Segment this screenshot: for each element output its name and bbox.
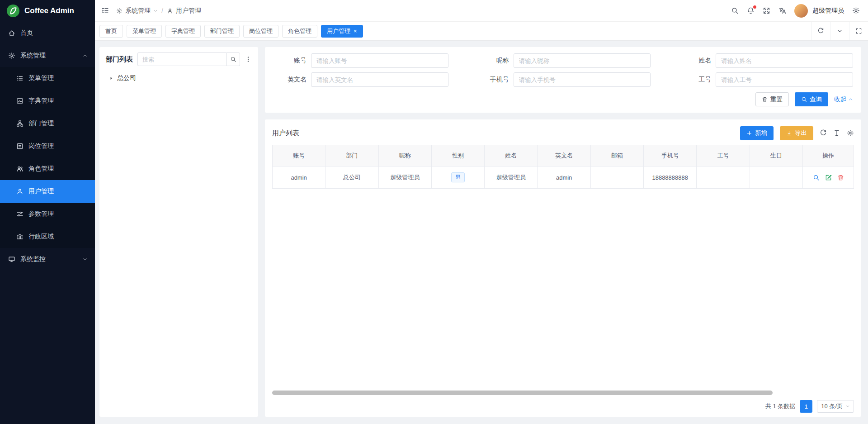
add-user-label: 新增 [755, 129, 767, 137]
tab-home[interactable]: 首页 [99, 25, 123, 38]
scrollbar-thumb[interactable] [272, 391, 773, 395]
sidebar-item-role-management[interactable]: 角色管理 [0, 157, 95, 180]
tab-user-management[interactable]: 用户管理 × [321, 25, 363, 38]
reset-button-label: 重置 [770, 95, 783, 104]
department-more-button[interactable] [245, 56, 252, 63]
edit-row-button[interactable] [825, 174, 832, 181]
tree-node-label: 总公司 [117, 74, 136, 82]
sidebar-item-menu-management[interactable]: 菜单管理 [0, 67, 95, 90]
tab-dept-management[interactable]: 部门管理 [204, 25, 240, 38]
language-switch-button[interactable] [778, 7, 786, 14]
user-icon [167, 8, 173, 14]
english-name-field: 英文名 [271, 72, 448, 87]
column-header: 部门 [326, 145, 378, 167]
tab-options-button[interactable] [830, 22, 849, 40]
notification-button[interactable] [747, 7, 755, 14]
breadcrumb-label: 系统管理 [125, 7, 151, 15]
department-icon [16, 120, 24, 127]
phone-input[interactable] [514, 72, 651, 87]
sidebar-item-admin-region[interactable]: 行政区域 [0, 225, 95, 248]
tab-dict-management[interactable]: 字典管理 [165, 25, 201, 38]
tab-label: 菜单管理 [132, 27, 156, 35]
export-button[interactable]: 导出 [780, 126, 813, 140]
table-density-button[interactable] [833, 129, 840, 137]
sidebar-item-dept-management[interactable]: 部门管理 [0, 112, 95, 135]
fullscreen-icon [763, 7, 770, 14]
add-user-button[interactable]: 新增 [740, 126, 774, 140]
department-tree: 总公司 [106, 71, 252, 85]
plus-icon [746, 130, 752, 136]
sidebar-item-dict-management[interactable]: 字典管理 [0, 90, 95, 112]
tree-expand-caret-icon[interactable] [108, 76, 114, 81]
name-input[interactable] [716, 53, 853, 68]
tab-role-management[interactable]: 角色管理 [282, 25, 317, 38]
phone-field: 手机号 [474, 72, 651, 87]
collapse-filter-button[interactable]: 收起 [834, 95, 853, 104]
sidebar-group-system-management[interactable]: 系统管理 [0, 44, 95, 67]
sidebar-item-param-management[interactable]: 参数管理 [0, 203, 95, 225]
sidebar-item-user-management[interactable]: 用户管理 [0, 180, 95, 203]
sidebar-group-system-monitor[interactable]: 系统监控 [0, 248, 95, 271]
app-window: Coffee Admin 首页 系统管理 菜单管理 字典管理 [0, 0, 868, 424]
content-fullscreen-button[interactable] [849, 22, 868, 40]
clear-icon [762, 96, 768, 102]
refresh-table-button[interactable] [820, 129, 827, 137]
sidebar-item-label: 用户管理 [28, 187, 54, 195]
search-icon [801, 96, 807, 102]
gear-icon [847, 129, 854, 137]
pagination-total: 共 1 条数据 [765, 402, 795, 410]
sidebar-item-label: 系统监控 [20, 255, 46, 263]
sidebar-item-label: 菜单管理 [28, 74, 54, 82]
sidebar-item-post-management[interactable]: 岗位管理 [0, 135, 95, 157]
refresh-icon [817, 28, 824, 34]
role-icon [16, 165, 24, 172]
view-row-button[interactable] [813, 174, 820, 181]
magnifier-icon [813, 174, 820, 181]
tab-close-icon[interactable]: × [354, 28, 357, 34]
refresh-page-button[interactable] [811, 22, 830, 40]
work-no-label: 工号 [676, 76, 711, 84]
account-field: 账号 [271, 53, 448, 68]
current-user-name[interactable]: 超级管理员 [812, 7, 844, 15]
query-button[interactable]: 查询 [795, 92, 828, 106]
delete-row-button[interactable] [837, 174, 844, 181]
cell-dept: 总公司 [326, 167, 378, 189]
nickname-input[interactable] [514, 53, 651, 68]
department-search [137, 52, 240, 66]
user-list-card: 用户列表 新增 导出 [265, 119, 861, 417]
work-no-input[interactable] [716, 72, 853, 87]
tab-menu-management[interactable]: 菜单管理 [127, 25, 162, 38]
page-size-select[interactable]: 10 条/页 [817, 400, 854, 413]
column-header-actions: 操作 [803, 145, 854, 167]
pagination-page-1[interactable]: 1 [800, 400, 812, 413]
menu-list-icon [16, 75, 24, 82]
sidebar-menu: 首页 系统管理 菜单管理 字典管理 部门管理 [0, 22, 95, 424]
fullscreen-button[interactable] [763, 7, 770, 14]
page-content: 部门列表 总公司 [95, 41, 868, 424]
app-title: Coffee Admin [24, 6, 74, 15]
horizontal-scrollbar[interactable] [272, 391, 854, 395]
chevron-down-icon [153, 9, 158, 13]
column-header: 邮箱 [590, 145, 643, 167]
english-name-input[interactable] [311, 72, 448, 87]
avatar[interactable] [794, 4, 808, 18]
reset-button[interactable]: 重置 [755, 92, 789, 106]
region-icon [16, 233, 24, 240]
global-search-button[interactable] [731, 7, 739, 14]
breadcrumb-user-management[interactable]: 用户管理 [167, 7, 201, 15]
tab-post-management[interactable]: 岗位管理 [243, 25, 278, 38]
sidebar-item-home[interactable]: 首页 [0, 22, 95, 44]
column-settings-button[interactable] [847, 129, 854, 137]
search-form: 账号 昵称 姓名 英文名 [271, 53, 853, 87]
system-management-submenu: 菜单管理 字典管理 部门管理 岗位管理 角色管理 [0, 67, 95, 248]
sidebar-item-label: 首页 [20, 29, 33, 37]
breadcrumb-system-management[interactable]: 系统管理 [116, 7, 158, 15]
settings-button[interactable] [852, 7, 860, 14]
tab-label: 角色管理 [288, 27, 311, 35]
account-input[interactable] [311, 53, 448, 68]
department-search-button[interactable] [226, 52, 240, 66]
department-search-input[interactable] [137, 52, 226, 66]
sidebar-collapse-button[interactable] [101, 7, 109, 14]
breadcrumb-label: 用户管理 [176, 7, 201, 15]
tree-node-head-office[interactable]: 总公司 [106, 71, 252, 85]
